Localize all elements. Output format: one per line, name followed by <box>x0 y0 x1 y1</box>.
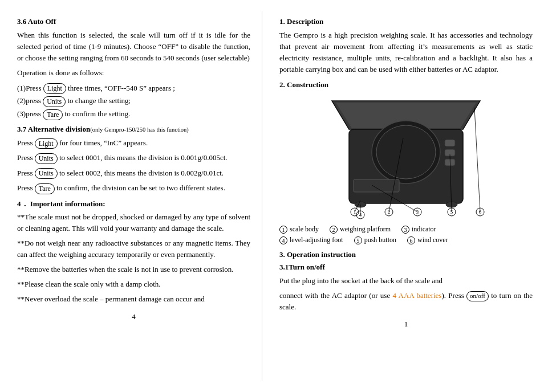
section4-title: 4． Important information: <box>17 199 250 209</box>
warn3: **Remove the batteries when the scale is… <box>17 264 250 275</box>
label-5: 5push button <box>347 236 396 244</box>
svg-point-4 <box>376 125 436 179</box>
alt-line1: Press Light for four times, “InC” appear… <box>17 137 250 149</box>
label-2: 2weighing platform <box>323 225 391 233</box>
section-36: 3.6 Auto Off When this function is selec… <box>17 17 250 120</box>
label-3: 3indicator <box>395 225 436 233</box>
page-container: 3.6 Auto Off When this function is selec… <box>0 0 544 392</box>
step2-post: to change the setting; <box>67 96 131 105</box>
onoff-button[interactable]: on/off <box>466 291 489 301</box>
section31-body2-post: ). Press <box>441 291 464 300</box>
svg-text:1: 1 <box>354 209 356 215</box>
label-6: 6wind cover <box>400 236 448 244</box>
scale-svg: 1 2 3 5 <box>315 95 497 220</box>
units-button-3[interactable]: Units <box>35 168 58 179</box>
svg-text:2: 2 <box>388 209 391 215</box>
step1-pre: (1)Press <box>17 84 42 92</box>
warn5: **Never overload the scale – permanent d… <box>17 293 250 305</box>
step2-line: (2)press Units to change the setting; <box>17 95 250 107</box>
step1-line: (1)Press Light three times, “OFF--540 S”… <box>17 83 250 95</box>
section-3: 3. Operation instruction 3.1Turn on/off … <box>279 250 533 313</box>
step3-post: to confirm the setting. <box>65 109 131 118</box>
right-page-number: 1 <box>279 320 533 329</box>
light-button-1[interactable]: Light <box>43 83 66 94</box>
svg-text:4: 4 <box>359 212 362 218</box>
section31-title: 3.1Turn on/off <box>279 263 533 272</box>
section36-body: When this function is selected, the scal… <box>17 30 250 64</box>
step1-post: three times, “OFF--540 S” appears ; <box>68 84 175 92</box>
scale-labels: 1scale body 2weighing platform 3indicato… <box>279 224 533 246</box>
section31-body1: Put the plug into the socket at the back… <box>279 275 533 287</box>
section36-title: 3.6 Auto Off <box>17 17 250 26</box>
right-column: 1. Description The Gempro is a high prec… <box>262 11 544 381</box>
section31-body2: connect with the AC adaptor (or use 4 AA… <box>279 290 533 313</box>
light-button-2[interactable]: Light <box>35 138 58 149</box>
step3-line: (3)press Tare to confirm the setting. <box>17 108 250 120</box>
section1-title: 1. Description <box>279 17 533 26</box>
section-4: 4． Important information: **The scale mu… <box>17 199 250 305</box>
section2-title: 2. Construction <box>279 80 533 89</box>
label-4: 4level-adjusting foot <box>279 236 343 244</box>
left-page-number: 4 <box>17 312 250 321</box>
section1-body: The Gempro is a high precision weighing … <box>279 30 533 76</box>
scale-image: 1 2 3 5 <box>279 95 533 220</box>
operation-intro: Operation is done as follows: <box>17 67 250 79</box>
section-2: 2. Construction <box>279 80 533 246</box>
step3-pre: (3)press <box>17 109 41 118</box>
section-37: 3.7 Alternative division(only Gempro-150… <box>17 125 250 194</box>
alt-line3: Press Units to select 0002, this means t… <box>17 168 250 179</box>
tare-button-2[interactable]: Tare <box>35 183 55 194</box>
warn1: **The scale must not be dropped, shocked… <box>17 211 250 234</box>
alt-line2: Press Units to select 0001, this means t… <box>17 152 250 164</box>
warn2: **Do not weigh near any radioactive subs… <box>17 238 250 260</box>
svg-text:5: 5 <box>450 209 453 215</box>
svg-line-24 <box>474 108 480 212</box>
tare-button-1[interactable]: Tare <box>43 109 63 120</box>
alt-line4: Press Tare to confirm, the division can … <box>17 182 250 194</box>
section31-body2-pre: connect with the AC adaptor (or use <box>279 291 393 300</box>
units-button-2[interactable]: Units <box>35 153 58 164</box>
step2-pre: (2)press <box>17 96 41 105</box>
section-1: 1. Description The Gempro is a high prec… <box>279 17 533 76</box>
warn4: **Please clean the scale only with a dam… <box>17 279 250 290</box>
svg-text:6: 6 <box>479 209 482 215</box>
aaa-batteries-text: 4 AAA batteries <box>393 291 442 300</box>
svg-rect-8 <box>354 179 399 192</box>
units-button-1[interactable]: Units <box>43 96 66 107</box>
svg-rect-5 <box>445 140 455 146</box>
left-column: 3.6 Auto Off When this function is selec… <box>0 11 262 381</box>
label-1: 1scale body <box>279 225 319 233</box>
section37-title: 3.7 Alternative division(only Gempro-150… <box>17 125 250 134</box>
svg-text:3: 3 <box>416 209 419 215</box>
section3-title: 3. Operation instruction <box>279 250 533 259</box>
section37-note: (only Gempro-150/250 has this function) <box>90 126 189 133</box>
